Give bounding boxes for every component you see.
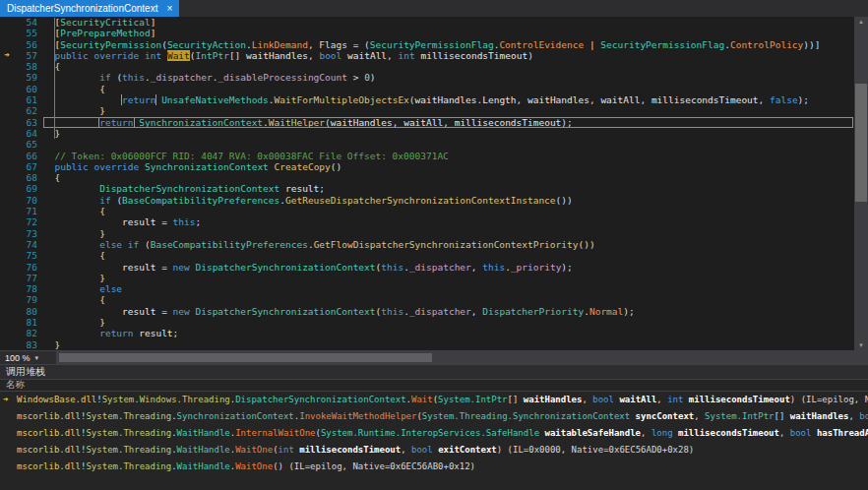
glyph-margin[interactable]: [0, 84, 14, 94]
code-line[interactable]: ➜57 public override int Wait(IntPtr[] wa…: [0, 50, 854, 61]
callstack-column-header[interactable]: 名称: [0, 379, 868, 392]
glyph-margin[interactable]: [0, 339, 14, 350]
code-token: ,: [694, 411, 705, 421]
code-token: {: [54, 61, 60, 72]
vertical-scrollbar[interactable]: ▲ ▼: [854, 17, 868, 350]
callstack-frame[interactable]: mscorlib.dll!System.Threading.WaitHandle…: [0, 442, 868, 459]
glyph-margin[interactable]: [0, 61, 14, 72]
code-line[interactable]: 64 }: [0, 128, 854, 139]
code-token: int: [279, 445, 294, 455]
code-token: }: [99, 317, 105, 328]
code-line[interactable]: 72 result = this;: [0, 216, 854, 227]
code-token: BaseCompatibilityPreferences: [151, 239, 308, 250]
callstack-frame[interactable]: ➜WindowsBase.dll!System.Windows.Threadin…: [0, 392, 868, 408]
callstack-frame[interactable]: mscorlib.dll!System.Threading.WaitHandle…: [0, 425, 868, 442]
glyph-margin[interactable]: [0, 262, 14, 273]
code-line[interactable]: 77 }: [0, 273, 854, 283]
glyph-margin[interactable]: [0, 306, 14, 317]
glyph-margin[interactable]: [0, 17, 14, 28]
code-token: ,: [779, 428, 790, 438]
code-token: waitHandles: [246, 50, 308, 61]
glyph-margin[interactable]: [0, 183, 14, 194]
code-line[interactable]: 73 }: [0, 228, 854, 239]
code-line[interactable]: 71 {: [0, 206, 854, 216]
code-line[interactable]: 81 }: [0, 317, 854, 328]
glyph-margin[interactable]: [0, 94, 14, 105]
code-token: return: [99, 328, 133, 338]
code-text: // Token: 0x06000FCF RID: 4047 RVA: 0x00…: [43, 151, 853, 161]
code-token: exitContext: [438, 445, 497, 455]
glyph-margin[interactable]: [0, 161, 14, 172]
code-line[interactable]: 80 result = new DispatcherSynchronizatio…: [0, 306, 854, 317]
glyph-margin[interactable]: [0, 195, 14, 206]
glyph-margin[interactable]: [0, 206, 14, 216]
glyph-margin[interactable]: [0, 228, 14, 239]
code-line[interactable]: 74 else if (BaseCompatibilityPreferences…: [0, 239, 854, 250]
code-editor[interactable]: 54 [SecurityCritical]55 [PrePrepareMetho…: [0, 17, 868, 350]
code-line[interactable]: 65: [0, 139, 854, 150]
code-line[interactable]: 58 {: [0, 61, 854, 72]
code-line[interactable]: 83 }: [0, 339, 854, 350]
code-token: =: [155, 216, 172, 227]
scroll-up-icon[interactable]: ▲: [854, 17, 868, 27]
code-token: Wait: [167, 50, 190, 61]
glyph-margin[interactable]: [0, 216, 14, 227]
code-token: syncContext: [636, 411, 695, 421]
glyph-margin[interactable]: [0, 294, 14, 305]
glyph-margin[interactable]: [0, 72, 14, 83]
code-line[interactable]: 82 return result;: [0, 328, 854, 338]
glyph-margin[interactable]: [0, 117, 14, 128]
code-line[interactable]: 66 // Token: 0x06000FCF RID: 4047 RVA: 0…: [0, 151, 854, 161]
glyph-margin[interactable]: [0, 283, 14, 294]
glyph-margin[interactable]: [0, 128, 14, 139]
code-text: }: [43, 105, 853, 116]
glyph-margin[interactable]: [0, 273, 14, 283]
callstack-frame[interactable]: mscorlib.dll!System.Threading.WaitHandle…: [0, 459, 868, 475]
code-token: }: [99, 105, 105, 116]
glyph-margin[interactable]: [0, 250, 14, 261]
code-line[interactable]: 55 [PrePrepareMethod]: [0, 28, 854, 38]
code-token: ,: [471, 306, 482, 317]
code-line[interactable]: 60 {: [0, 84, 854, 94]
line-number: 57: [14, 50, 43, 61]
code-line[interactable]: 78 else: [0, 283, 854, 294]
glyph-margin[interactable]: [0, 239, 14, 250]
code-line[interactable]: 61 return UnsafeNativeMethods.WaitForMul…: [0, 94, 854, 105]
glyph-margin[interactable]: [0, 105, 14, 116]
line-number: 58: [14, 61, 43, 72]
code-line[interactable]: 70 if (BaseCompatibilityPreferences.GetR…: [0, 195, 854, 206]
tab-dispatcher-synchronization-context[interactable]: DispatcherSynchronizationContext ×: [0, 0, 179, 17]
vertical-scrollbar-thumb[interactable]: [855, 84, 867, 202]
indent-guide: [54, 18, 55, 139]
code-line[interactable]: 69 DispatcherSynchronizationContext resu…: [0, 183, 854, 194]
close-icon[interactable]: ×: [166, 4, 172, 14]
glyph-margin[interactable]: [0, 172, 14, 183]
code-token: long: [651, 428, 673, 438]
glyph-margin[interactable]: [0, 151, 14, 161]
code-line[interactable]: 63 return SynchronizationContext.WaitHel…: [0, 117, 854, 128]
glyph-margin[interactable]: [0, 28, 14, 38]
callstack-frame[interactable]: mscorlib.dll!System.Threading.Synchroniz…: [0, 408, 868, 425]
glyph-margin[interactable]: [0, 328, 14, 338]
code-line[interactable]: 67 public override SynchronizationContex…: [0, 161, 854, 172]
code-line[interactable]: 54 [SecurityCritical]: [0, 17, 854, 28]
code-line[interactable]: 62 }: [0, 105, 854, 116]
horizontal-scrollbar[interactable]: [57, 351, 868, 364]
code-line[interactable]: 79 {: [0, 294, 854, 305]
current-statement-arrow-icon[interactable]: ➜: [0, 50, 14, 61]
line-number: 62: [14, 105, 43, 116]
code-line[interactable]: 56 [SecurityPermission(SecurityAction.Li…: [0, 39, 854, 50]
zoom-control[interactable]: 100 % ▾: [0, 351, 57, 364]
horizontal-scrollbar-thumb[interactable]: [59, 353, 432, 362]
code-token: _dispatcher: [409, 306, 471, 317]
code-line[interactable]: 75 {: [0, 250, 854, 261]
code-line[interactable]: 59 if (this._dispatcher._disableProcessi…: [0, 72, 854, 83]
code-token: SecurityCritical: [60, 17, 151, 28]
code-token: _priority: [511, 262, 561, 273]
scroll-down-icon[interactable]: ▼: [854, 340, 868, 350]
glyph-margin[interactable]: [0, 39, 14, 50]
glyph-margin[interactable]: [0, 317, 14, 328]
code-line[interactable]: 76 result = new DispatcherSynchronizatio…: [0, 262, 854, 273]
code-line[interactable]: 68 {: [0, 172, 854, 183]
glyph-margin[interactable]: [0, 139, 14, 150]
